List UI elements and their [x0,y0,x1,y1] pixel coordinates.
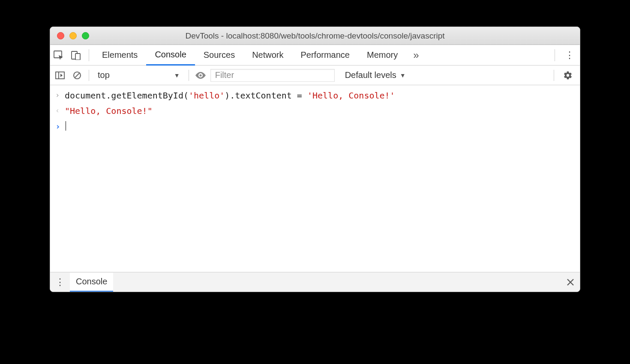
divider [555,49,555,61]
tab-performance[interactable]: Performance [292,45,359,65]
output-chevron-icon: ‹ [55,104,65,118]
console-prompt-row[interactable]: › [50,119,580,134]
svg-line-6 [75,73,79,78]
close-window-button[interactable] [57,32,64,39]
main-tabs: Elements Console Sources Network Perform… [50,45,580,66]
settings-menu-icon[interactable]: ⋮ [559,50,580,61]
drawer: ⋮ Console [50,272,580,292]
prompt-chevron-icon: › [55,119,65,134]
log-levels-select[interactable]: Default levels ▼ [345,70,406,80]
clear-console-icon[interactable] [70,69,84,82]
more-tabs-icon[interactable]: » [406,49,426,61]
chevron-down-icon: ▼ [400,72,406,79]
svg-rect-2 [75,54,80,60]
chevron-down-icon: ▼ [174,72,180,79]
tab-elements[interactable]: Elements [93,45,146,65]
window-title: DevTools - localhost:8080/web/tools/chro… [50,31,580,41]
execution-context-select[interactable]: top ▼ [93,69,184,81]
divider [189,70,189,81]
titlebar: DevTools - localhost:8080/web/tools/chro… [50,27,580,45]
drawer-menu-icon[interactable]: ⋮ [50,277,70,288]
svg-rect-3 [56,72,64,79]
divider [89,49,89,61]
tab-console[interactable]: Console [146,45,195,66]
traffic-lights [57,32,89,39]
console-input-row: ›document.getElementById('hello').textCo… [50,88,580,103]
close-drawer-icon[interactable] [561,278,580,286]
divider [554,70,554,81]
device-toolbar-icon[interactable] [67,51,84,60]
zoom-window-button[interactable] [82,32,89,39]
console-settings-icon[interactable] [558,71,577,80]
tab-network[interactable]: Network [243,45,292,65]
log-levels-label: Default levels [345,70,396,80]
minimize-window-button[interactable] [69,32,77,39]
console-line: document.getElementById('hello').textCon… [65,88,395,103]
drawer-tab-console[interactable]: Console [70,273,113,292]
console-input[interactable] [65,119,66,134]
execution-context-label: top [98,70,110,80]
filter-input[interactable] [210,69,335,82]
console-output-row: ‹"Hello, Console!" [50,103,580,119]
devtools-window: DevTools - localhost:8080/web/tools/chro… [50,27,580,292]
live-expression-icon[interactable] [193,69,208,82]
divider [89,70,89,81]
toggle-sidebar-icon[interactable] [53,69,67,82]
console-output[interactable]: ›document.getElementById('hello').textCo… [50,85,580,272]
svg-point-7 [199,74,201,76]
tab-memory[interactable]: Memory [358,45,406,65]
console-line: "Hello, Console!" [65,104,153,118]
tab-sources[interactable]: Sources [195,45,243,65]
input-chevron-icon: › [55,88,65,103]
inspect-element-icon[interactable] [50,51,67,60]
console-toolbar: top ▼ Default levels ▼ [50,66,580,85]
